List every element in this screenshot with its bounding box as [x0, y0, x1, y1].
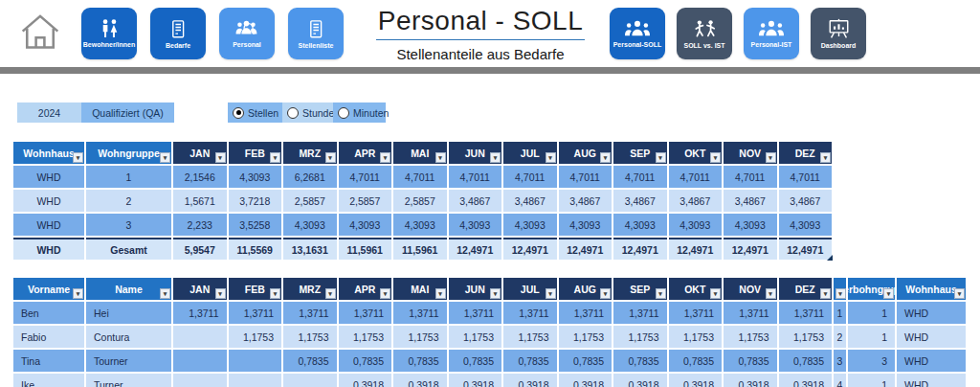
column-header-label: AUG: [574, 284, 596, 295]
filter-dropdown-button[interactable]: ▾: [954, 288, 965, 299]
filter-dropdown-button[interactable]: ▾: [325, 288, 336, 299]
people-group-icon: [624, 20, 651, 38]
table-cell: 0,3918: [503, 374, 557, 387]
filter-dropdown-button[interactable]: ▾: [380, 288, 390, 299]
table-cell: 3: [848, 350, 895, 372]
unit-radio-group: StellenStundenMinuten: [228, 102, 386, 123]
table-cell: 0,3918: [393, 374, 447, 387]
filter-dropdown-button[interactable]: ▾: [490, 288, 501, 299]
filter-dropdown-button[interactable]: ▾: [270, 288, 280, 299]
nav-personal-soll[interactable]: Personal-SOLL: [610, 8, 665, 59]
filter-dropdown-button[interactable]: ▾: [710, 152, 721, 163]
table-cell: 0,7835: [393, 350, 447, 372]
table-cell: 3,4867: [449, 190, 502, 212]
nav-bedarfe[interactable]: Bedarfe: [150, 8, 206, 59]
title-underline: [376, 39, 585, 40]
filter-dropdown-button[interactable]: ▾: [490, 152, 501, 163]
filter-dropdown-button[interactable]: ▾: [600, 288, 611, 299]
filter-dropdown-button[interactable]: ▾: [766, 152, 776, 163]
total-cell: 12,4971: [559, 238, 612, 260]
filter-dropdown-button[interactable]: ▾: [546, 288, 556, 299]
filter-dropdown-button[interactable]: ▾: [73, 152, 83, 163]
qualification-cell[interactable]: Qualifiziert (QA): [81, 102, 174, 123]
table-cell: 4,3093: [339, 214, 392, 236]
table-cell: 1,3711: [503, 302, 557, 324]
unit-radio-label: Stellen: [248, 107, 278, 119]
column-header-label: MRZ: [299, 284, 321, 295]
filter-dropdown-button[interactable]: ▾: [160, 288, 170, 299]
table-cell: 4,7011: [669, 166, 723, 188]
table-cell: Hei: [86, 302, 171, 324]
nav-right-group: Personal-SOLLSOLL vs. ISTPersonal-ISTDas…: [610, 8, 866, 59]
column-header-nov: NOV▾: [724, 278, 777, 300]
unit-radio-stunden[interactable]: Stunden: [282, 102, 333, 123]
total-cell: 12,4971: [779, 238, 833, 260]
filter-dropdown-button[interactable]: ▾: [73, 288, 83, 299]
filter-dropdown-button[interactable]: ▾: [820, 288, 831, 299]
nav-button-label: Stellenliste: [299, 42, 334, 49]
column-header-label: SEP: [630, 148, 650, 159]
table-cell: 1,1753: [724, 326, 777, 348]
column-header-label: Wohnhaus: [23, 148, 74, 159]
year-cell[interactable]: 2024: [17, 102, 81, 123]
column-header-label: Vorname: [28, 284, 70, 295]
filter-dropdown-button[interactable]: ▾: [270, 152, 280, 163]
filter-dropdown-button[interactable]: ▾: [215, 152, 226, 163]
table-cell: WHD: [897, 374, 966, 387]
unit-radio-minuten[interactable]: Minuten: [333, 102, 386, 123]
column-header-dez: DEZ▾: [779, 278, 833, 300]
filter-dropdown-button[interactable]: ▾: [325, 152, 336, 163]
table-cell: 0,3918: [779, 374, 833, 387]
filter-dropdown-button[interactable]: ▾: [435, 152, 446, 163]
table-cell: WHD: [897, 326, 966, 348]
radio-icon: [287, 107, 299, 119]
filter-dropdown-button[interactable]: ▾: [215, 288, 226, 299]
total-cell: 11,5961: [339, 238, 392, 260]
radio-icon: [338, 107, 349, 119]
table-cell: 1,3711: [283, 302, 337, 324]
column-header-apr: APR▾: [339, 142, 392, 164]
column-header-nov: NOV▾: [724, 142, 777, 164]
filter-dropdown-button[interactable]: ▾: [883, 288, 894, 299]
table-cell: 1,5671: [173, 190, 227, 212]
total-cell: 5,9547: [173, 238, 227, 260]
table-cell: WHD: [897, 350, 966, 372]
column-header-label: JUN: [465, 148, 485, 159]
filter-dropdown-button[interactable]: ▾: [656, 288, 666, 299]
filter-dropdown-button[interactable]: ▾: [835, 288, 846, 299]
nav-dashboard[interactable]: Dashboard: [811, 8, 866, 59]
column-header-label: JUL: [521, 148, 540, 159]
unit-radio-stellen[interactable]: Stellen: [228, 102, 282, 123]
filter-dropdown-button[interactable]: ▾: [766, 288, 776, 299]
nav-soll-vs-ist[interactable]: SOLL vs. IST: [677, 8, 732, 59]
nav-bewohner-innen[interactable]: Bewohner/innen: [81, 8, 137, 59]
column-header-label: MAI: [411, 284, 429, 295]
filter-dropdown-button[interactable]: ▾: [600, 152, 611, 163]
nav-stellenliste[interactable]: Stellenliste: [288, 8, 344, 59]
table-cell: 1,3711: [669, 302, 723, 324]
table-cell: 0,3918: [724, 374, 777, 387]
table-cell: 0,3918: [559, 374, 612, 387]
filter-dropdown-button[interactable]: ▾: [435, 288, 446, 299]
column-header-label: DEZ: [795, 148, 815, 159]
filter-dropdown-button[interactable]: ▾: [160, 152, 170, 163]
filter-dropdown-button[interactable]: ▾: [546, 152, 556, 163]
table-cell: 4,7011: [339, 166, 392, 188]
nav-button-label: Dashboard: [821, 42, 857, 49]
home-icon[interactable]: [19, 11, 61, 56]
table-resize-handle[interactable]: [827, 255, 833, 261]
filter-dropdown-button[interactable]: ▾: [710, 288, 721, 299]
column-header-feb: FEB▾: [229, 142, 282, 164]
nav-personal[interactable]: Personal: [219, 8, 275, 59]
nav-personal-ist[interactable]: Personal-IST: [744, 8, 799, 59]
filter-dropdown-button[interactable]: ▾: [820, 152, 831, 163]
table-cell: 2,5857: [283, 190, 337, 212]
table-cell: [229, 350, 282, 372]
table-cell: 4,7011: [503, 166, 557, 188]
table-cell: 0,7835: [449, 350, 502, 372]
table-cell: 3,5258: [229, 214, 282, 236]
table-cell: 3,4867: [503, 190, 557, 212]
filter-dropdown-button[interactable]: ▾: [656, 152, 666, 163]
table-cell: 3,4867: [779, 190, 833, 212]
filter-dropdown-button[interactable]: ▾: [380, 152, 390, 163]
